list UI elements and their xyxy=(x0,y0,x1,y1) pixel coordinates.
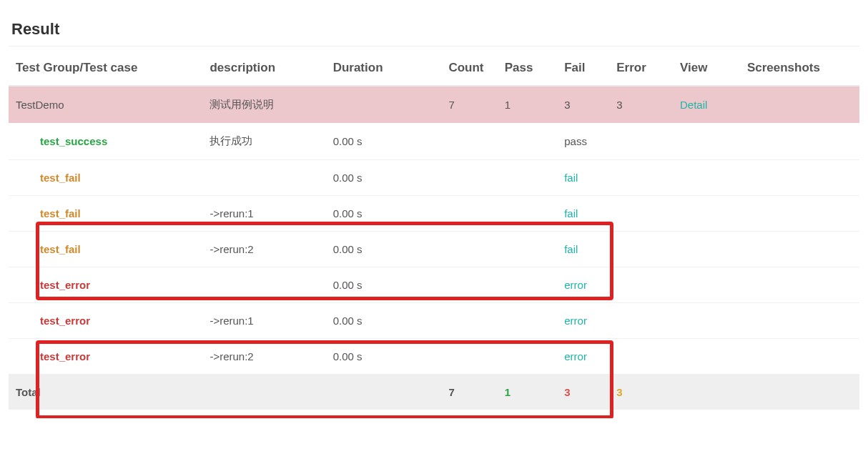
status-text: pass xyxy=(564,135,587,147)
case-status: fail xyxy=(557,160,609,196)
case-description xyxy=(202,267,325,303)
case-description: ->rerun:2 xyxy=(202,232,325,267)
case-name: test_error xyxy=(9,267,202,303)
result-panel: Result Test Group/Test case description … xyxy=(9,20,859,410)
th-name: Test Group/Test case xyxy=(9,51,202,86)
status-link[interactable]: error xyxy=(564,350,587,362)
status-link[interactable]: fail xyxy=(564,243,578,255)
case-row: test_fail->rerun:20.00 sfail xyxy=(9,232,859,267)
detail-link[interactable]: Detail xyxy=(680,99,707,111)
case-row: test_fail0.00 sfail xyxy=(9,160,859,196)
case-duration: 0.00 s xyxy=(326,123,442,160)
group-screenshots xyxy=(740,86,859,123)
group-error: 3 xyxy=(609,86,673,123)
case-description: ->rerun:1 xyxy=(202,303,325,339)
case-row: test_success执行成功0.00 spass xyxy=(9,123,859,160)
th-fail: Fail xyxy=(557,51,609,86)
status-link[interactable]: error xyxy=(564,279,587,291)
total-pass: 1 xyxy=(498,375,558,410)
case-name: test_success xyxy=(9,123,202,160)
case-status: error xyxy=(557,303,609,339)
th-description: description xyxy=(202,51,325,86)
case-duration: 0.00 s xyxy=(326,267,442,303)
group-row: TestDemo 测试用例说明 7 1 3 3 Detail xyxy=(9,86,859,123)
group-name: TestDemo xyxy=(9,86,202,123)
case-duration: 0.00 s xyxy=(326,232,442,267)
case-row: test_error0.00 serror xyxy=(9,267,859,303)
case-status: pass xyxy=(557,123,609,160)
case-description xyxy=(202,160,325,196)
group-view: Detail xyxy=(673,86,740,123)
th-screenshots: Screenshots xyxy=(740,51,859,86)
case-row: test_error->rerun:20.00 serror xyxy=(9,339,859,375)
case-description: 执行成功 xyxy=(202,123,325,160)
case-duration: 0.00 s xyxy=(326,339,442,375)
group-pass: 1 xyxy=(498,86,558,123)
group-count: 7 xyxy=(441,86,497,123)
status-link[interactable]: fail xyxy=(564,207,578,219)
th-duration: Duration xyxy=(326,51,442,86)
panel-title: Result xyxy=(9,20,859,39)
case-name: test_fail xyxy=(9,160,202,196)
case-duration: 0.00 s xyxy=(326,303,442,339)
result-table: Test Group/Test case description Duratio… xyxy=(9,51,859,410)
group-fail: 3 xyxy=(557,86,609,123)
case-row: test_error->rerun:10.00 serror xyxy=(9,303,859,339)
total-label: Total xyxy=(9,375,202,410)
status-link[interactable]: error xyxy=(564,315,587,327)
case-status: fail xyxy=(557,232,609,267)
th-error: Error xyxy=(609,51,673,86)
case-status: error xyxy=(557,267,609,303)
group-duration xyxy=(326,86,442,123)
case-status: fail xyxy=(557,196,609,232)
total-count: 7 xyxy=(441,375,497,410)
case-row: test_fail->rerun:10.00 sfail xyxy=(9,196,859,232)
total-fail: 3 xyxy=(557,375,609,410)
status-link[interactable]: fail xyxy=(564,172,578,184)
case-name: test_fail xyxy=(9,196,202,232)
th-view: View xyxy=(673,51,740,86)
case-duration: 0.00 s xyxy=(326,196,442,232)
case-duration: 0.00 s xyxy=(326,160,442,196)
case-description: ->rerun:2 xyxy=(202,339,325,375)
case-name: test_error xyxy=(9,303,202,339)
divider xyxy=(9,46,859,46)
total-error: 3 xyxy=(609,375,673,410)
case-name: test_error xyxy=(9,339,202,375)
case-status: error xyxy=(557,339,609,375)
th-count: Count xyxy=(441,51,497,86)
th-pass: Pass xyxy=(498,51,558,86)
case-description: ->rerun:1 xyxy=(202,196,325,232)
table-header-row: Test Group/Test case description Duratio… xyxy=(9,51,859,86)
group-description: 测试用例说明 xyxy=(202,86,325,123)
total-row: Total 7 1 3 3 xyxy=(9,375,859,410)
case-name: test_fail xyxy=(9,232,202,267)
